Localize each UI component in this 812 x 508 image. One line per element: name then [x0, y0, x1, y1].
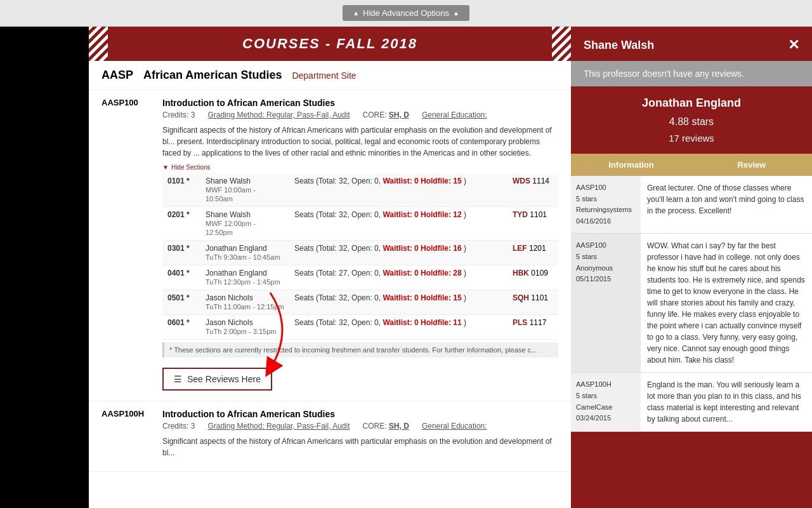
grading-link-aasp100[interactable]: Grading Method: Regular, Pass-Fail, Audi…	[207, 110, 350, 119]
section-num: 0201 *	[162, 207, 200, 241]
waitlist-badge: Waitlist: 0 Holdfile: 11	[383, 318, 461, 327]
course-content: COURSES - FALL 2018 AASP African America…	[89, 27, 571, 472]
core-link-aasp100[interactable]: SH, D	[389, 110, 409, 119]
hide-advanced-label: Hide Advanced Options	[363, 8, 449, 18]
review-info-1: AASP100 5 stars Returningsystems 04/16/2…	[571, 176, 641, 233]
room-link[interactable]: TYD	[513, 210, 528, 219]
core-label-aasp100: CORE:	[363, 110, 389, 119]
core-link-aasp100h[interactable]: SH, D	[389, 422, 409, 431]
table-row: 0101 * Shane Walsh MWF 10:00am - 10:50am…	[162, 173, 558, 207]
review-info-3: AASP100H 5 stars CamelCase 03/24/2015	[571, 373, 641, 431]
section-room: HBK 0109	[508, 265, 558, 290]
review-text-1: Great lecturer. One of those classes whe…	[641, 176, 812, 233]
room-link[interactable]: LEF	[513, 244, 527, 253]
section-num: 0301 *	[162, 241, 200, 265]
course-id-aasp100h: AASP100H	[102, 409, 152, 419]
section-num: 0401 *	[162, 265, 200, 290]
section-room: LEF 1201	[508, 241, 558, 265]
see-reviews-button[interactable]: ☰ See Reviews Here	[162, 368, 272, 391]
gen-ed-link-aasp100h[interactable]: General Education:	[422, 422, 487, 431]
hide-sections-label: Hide Sections	[171, 164, 211, 171]
section-time: MWF 12:00pm - 12:50pm	[206, 220, 256, 236]
section-time: TuTh 2:00pm - 3:15pm	[206, 328, 276, 335]
top-bar: Hide Advanced Options	[0, 0, 812, 27]
section-seats: Seats (Total: 27, Open: 0, Waitlist: 0 H…	[289, 265, 508, 290]
banner-title: COURSES - FALL 2018	[102, 36, 558, 52]
see-reviews-label: See Reviews Here	[187, 374, 261, 384]
table-row: 0601 * Jason Nichols TuTh 2:00pm - 3:15p…	[162, 315, 558, 340]
grading-link-aasp100h[interactable]: Grading Method: Regular, Pass-Fail, Audi…	[207, 422, 350, 431]
room-link[interactable]: HBK	[513, 269, 529, 277]
table-row: 0301 * Jonathan England TuTh 9:30am - 10…	[162, 241, 558, 265]
review-info-2: AASP100 5 stars Anonymous 05/11/2015	[571, 234, 641, 372]
menu-icon: ☰	[174, 374, 182, 384]
course-meta-aasp100h: Credits: 3 Grading Method: Regular, Pass…	[162, 422, 558, 431]
dept-site-link[interactable]: Department Site	[292, 70, 356, 81]
section-seats: Seats (Total: 32, Open: 0, Waitlist: 0 H…	[289, 241, 508, 265]
hide-sections-toggle[interactable]: ▼ Hide Sections	[162, 164, 558, 171]
courses-banner: COURSES - FALL 2018	[89, 27, 571, 61]
tab-information[interactable]: Information	[571, 154, 691, 176]
sections-table-aasp100: 0101 * Shane Walsh MWF 10:00am - 10:50am…	[162, 173, 558, 340]
waitlist-badge: Waitlist: 0 Holdfile: 28	[383, 269, 461, 277]
course-desc-aasp100: Significant aspects of the history of Af…	[162, 124, 558, 159]
review-date-2: 05/11/2015	[576, 274, 636, 285]
section-num: 0501 *	[162, 290, 200, 315]
review-date-3: 03/24/2015	[576, 413, 636, 424]
section-time: MWF 10:00am - 10:50am	[206, 186, 256, 203]
department-header: AASP African American Studies Department…	[89, 61, 571, 90]
room-link[interactable]: PLS	[513, 318, 527, 327]
course-aasp100: AASP100 Introduction to African American…	[89, 90, 571, 401]
review-date-1: 04/16/2016	[576, 216, 636, 227]
hide-advanced-button[interactable]: Hide Advanced Options	[343, 5, 469, 21]
section-num: 0601 *	[162, 315, 200, 340]
table-row: 0401 * Jonathan England TuTh 12:30pm - 1…	[162, 265, 558, 290]
close-button[interactable]: ✕	[788, 37, 799, 53]
professor2-reviews: 17 reviews	[584, 133, 799, 144]
credits-aasp100h: Credits: 3	[162, 422, 195, 431]
waitlist-badge: Waitlist: 0 Holdfile: 12	[383, 210, 461, 219]
section-seats: Seats (Total: 32, Open: 0, Waitlist: 0 H…	[289, 290, 508, 315]
section-instructor: Jonathan England TuTh 12:30pm - 1:45pm	[200, 265, 289, 290]
waitlist-badge: Waitlist: 0 Holdfile: 15	[383, 293, 461, 302]
restricted-note: * These sections are currently restricte…	[162, 342, 558, 358]
section-time: TuTh 12:30pm - 1:45pm	[206, 278, 280, 286]
course-id-aasp100: AASP100	[102, 98, 152, 108]
room-link[interactable]: SQH	[513, 293, 529, 302]
professor1-header: Shane Walsh ✕	[571, 27, 812, 61]
professor2-section: Jonathan England 4.88 stars 17 reviews	[571, 86, 812, 154]
section-room: SQH 1101	[508, 290, 558, 315]
section-instructor: Jason Nichols TuTh 11:00am - 12:15pm	[200, 290, 289, 315]
review-row-3: AASP100H 5 stars CamelCase 03/24/2015 En…	[571, 373, 812, 432]
left-panel	[0, 27, 89, 508]
section-time: TuTh 11:00am - 12:15pm	[206, 303, 284, 311]
section-instructor: Jonathan England TuTh 9:30am - 10:45am	[200, 241, 289, 265]
review-course-3: AASP100H	[576, 379, 636, 391]
review-row-2: AASP100 5 stars Anonymous 05/11/2015 WOW…	[571, 234, 812, 373]
room-link[interactable]: WDS	[513, 177, 530, 185]
waitlist-badge: Waitlist: 0 Holdfile: 16	[383, 244, 461, 253]
table-row: 0501 * Jason Nichols TuTh 11:00am - 12:1…	[162, 290, 558, 315]
core-label-aasp100h: CORE:	[363, 422, 389, 431]
no-reviews-message: This professor doesn't have any reviews.	[571, 61, 812, 86]
review-user-2: Anonymous	[576, 263, 636, 274]
review-stars-1: 5 stars	[576, 194, 636, 205]
tab-review[interactable]: Review	[691, 154, 812, 176]
dept-name: African American Studies	[143, 69, 282, 82]
review-user-1: Returningsystems	[576, 204, 636, 216]
section-room: TYD 1101	[508, 207, 558, 241]
course-title-aasp100h: Introduction to African American Studies	[162, 409, 335, 419]
section-instructor: Shane Walsh MWF 12:00pm - 12:50pm	[200, 207, 289, 241]
review-stars-3: 5 stars	[576, 391, 636, 402]
course-desc-aasp100h: Significant aspects of the history of Af…	[162, 436, 558, 458]
waitlist-badge: Waitlist: 0 Holdfile: 15	[383, 177, 461, 185]
section-seats: Seats (Total: 32, Open: 0, Waitlist: 0 H…	[289, 173, 508, 207]
review-course-2: AASP100	[576, 240, 636, 251]
section-instructor: Shane Walsh MWF 10:00am - 10:50am	[200, 173, 289, 207]
review-text-2: WOW. What can i say? by far the best pro…	[641, 234, 812, 372]
review-course-1: AASP100	[576, 182, 636, 194]
section-room: PLS 1117	[508, 315, 558, 340]
section-instructor: Jason Nichols TuTh 2:00pm - 3:15pm	[200, 315, 289, 340]
gen-ed-link-aasp100[interactable]: General Education:	[422, 110, 487, 119]
course-aasp100h: AASP100H Introduction to African America…	[89, 401, 571, 472]
